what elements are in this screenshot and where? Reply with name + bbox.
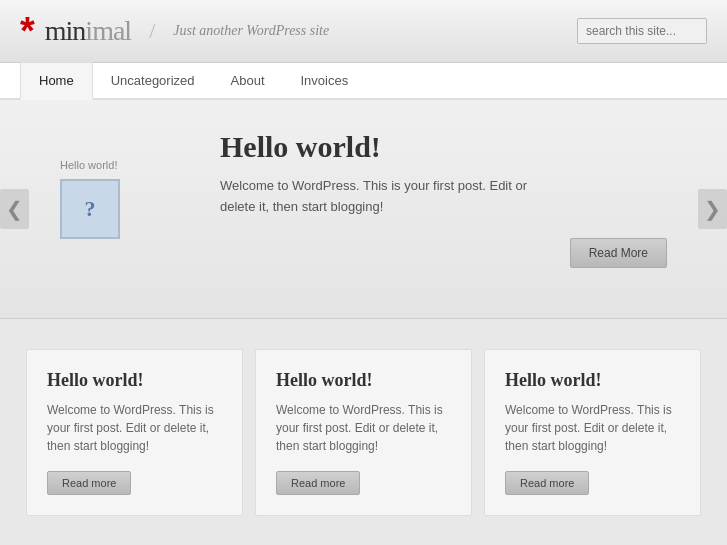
logo-divider: / — [149, 18, 155, 44]
search-input[interactable] — [577, 18, 707, 44]
nav-item-invoices[interactable]: Invoices — [283, 63, 367, 100]
nav-item-about[interactable]: About — [213, 63, 283, 100]
main-nav: Home Uncategorized About Invoices — [0, 63, 727, 100]
slider-content: Hello world! Welcome to WordPress. This … — [220, 130, 667, 268]
card-1: Hello world! Welcome to WordPress. This … — [26, 349, 243, 516]
card-3-body: Welcome to WordPress. This is your first… — [505, 401, 680, 455]
cards-section: Hello world! Welcome to WordPress. This … — [0, 319, 727, 545]
logo-imal: imal — [85, 15, 131, 46]
card-2-title: Hello world! — [276, 370, 451, 391]
card-2-read-more-button[interactable]: Read more — [276, 471, 360, 495]
card-2-body: Welcome to WordPress. This is your first… — [276, 401, 451, 455]
slider-thumbnail-area: Hello world! ? — [60, 159, 180, 239]
nav-item-uncategorized[interactable]: Uncategorized — [93, 63, 213, 100]
card-3: Hello world! Welcome to WordPress. This … — [484, 349, 701, 516]
card-1-title: Hello world! — [47, 370, 222, 391]
thumbnail-icon: ? — [85, 196, 96, 222]
slider-body-text: Welcome to WordPress. This is your first… — [220, 176, 540, 218]
site-tagline: Just another WordPress site — [173, 23, 329, 39]
nav-item-home[interactable]: Home — [20, 62, 93, 100]
card-3-title: Hello world! — [505, 370, 680, 391]
card-3-read-more-button[interactable]: Read more — [505, 471, 589, 495]
slider-left-arrow[interactable]: ❮ — [0, 189, 29, 229]
logo-area: * minimal / Just another WordPress site — [20, 12, 329, 50]
logo-text: minimal — [45, 15, 131, 47]
hero-slider: ❮ Hello world! ? Hello world! Welcome to… — [0, 100, 727, 319]
slider-read-more-button[interactable]: Read More — [570, 238, 667, 268]
card-2: Hello world! Welcome to WordPress. This … — [255, 349, 472, 516]
logo-asterisk: * — [20, 12, 35, 50]
logo-min: min — [45, 15, 86, 46]
card-1-body: Welcome to WordPress. This is your first… — [47, 401, 222, 455]
card-1-read-more-button[interactable]: Read more — [47, 471, 131, 495]
slider-thumbnail: ? — [60, 179, 120, 239]
slider-right-arrow[interactable]: ❯ — [698, 189, 727, 229]
slider-breadcrumb: Hello world! — [60, 159, 117, 171]
site-header: * minimal / Just another WordPress site — [0, 0, 727, 63]
slider-title: Hello world! — [220, 130, 667, 164]
